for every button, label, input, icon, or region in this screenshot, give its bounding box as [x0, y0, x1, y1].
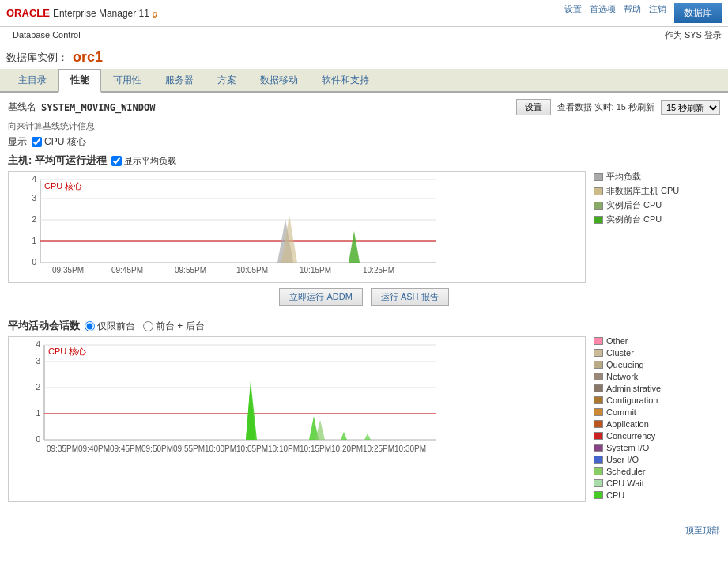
header-nav: 设置 首选项 帮助 注销 数据库: [564, 3, 722, 23]
legend-label-cluster: Cluster: [606, 348, 634, 358]
radio-foreground-input[interactable]: [85, 321, 95, 331]
chart2-wrapper: 0 1 2 3 4 CPU 核心 09: [8, 336, 586, 502]
legend-item-application: Application: [594, 419, 720, 429]
nav-preferences[interactable]: 首选项: [590, 3, 616, 23]
svg-text:3: 3: [32, 194, 36, 202]
legend-color-avg: [594, 173, 603, 181]
svg-text:10:25PM: 10:25PM: [363, 445, 394, 453]
legend-color-nondb: [594, 187, 603, 195]
svg-text:09:45PM: 09:45PM: [110, 445, 141, 453]
tab-server[interactable]: 服务器: [153, 69, 206, 91]
svg-text:10:20PM: 10:20PM: [331, 445, 363, 453]
svg-marker-38: [246, 380, 257, 440]
settings-button[interactable]: 设置: [516, 99, 551, 115]
legend-color-admin: [594, 384, 603, 392]
legend-color-bg-cpu: [594, 202, 603, 210]
refresh-select[interactable]: 15 秒刷新 30 秒刷新 60 秒刷新: [661, 100, 720, 115]
tab-schema[interactable]: 方案: [206, 69, 248, 91]
db-title-label: 数据库实例：: [6, 51, 68, 65]
radio-fg-bg[interactable]: 前台 + 后台: [143, 320, 205, 333]
svg-text:4: 4: [32, 175, 36, 184]
tab-availability[interactable]: 可用性: [101, 69, 153, 91]
cpu-core-checkbox[interactable]: [32, 137, 42, 147]
svg-marker-42: [364, 433, 371, 440]
chart2-radio-options: 仅限前台 前台 + 后台: [85, 320, 205, 333]
legend-item-userio: User I/O: [594, 455, 720, 464]
chart1-avg-label: 显示平均负载: [124, 155, 176, 167]
run-addm-button[interactable]: 立即运行 ADDM: [279, 288, 362, 306]
legend-item: 实例后台 CPU: [594, 199, 720, 211]
legend-color-config: [594, 396, 603, 404]
svg-text:2: 2: [36, 383, 40, 392]
svg-marker-40: [315, 420, 325, 440]
radio-fg-bg-label: 前台 + 后台: [156, 320, 205, 333]
sys-login-label: 作为 SYS 登录: [665, 29, 722, 41]
tab-data-movement[interactable]: 数据移动: [248, 69, 310, 91]
em-text: Enterprise Manager 11: [53, 8, 149, 19]
radio-foreground[interactable]: 仅限前台: [85, 320, 135, 333]
legend-label-application: Application: [606, 419, 649, 429]
cpu-core-checkbox-label[interactable]: CPU 核心: [32, 135, 86, 149]
svg-text:09:50PM: 09:50PM: [141, 445, 173, 453]
legend-item: 平均负载: [594, 171, 720, 183]
radio-fg-bg-input[interactable]: [143, 321, 153, 331]
legend-item-admin: Administrative: [594, 384, 720, 393]
legend-item: 实例前台 CPU: [594, 214, 720, 225]
legend-item-concurrency: Concurrency: [594, 431, 720, 441]
svg-text:10:10PM: 10:10PM: [268, 445, 300, 453]
svg-text:10:15PM: 10:15PM: [300, 445, 331, 453]
chart2-legend: Other Cluster Queueing Network Administr…: [594, 336, 720, 502]
svg-text:1: 1: [36, 409, 40, 418]
svg-text:10:25PM: 10:25PM: [363, 266, 394, 274]
legend-item-scheduler: Scheduler: [594, 467, 720, 476]
database-button[interactable]: 数据库: [674, 3, 722, 23]
legend-color-cluster: [594, 349, 603, 357]
chart1-title: 主机: 平均可运行进程: [8, 153, 107, 168]
nav-logout[interactable]: 注销: [649, 3, 666, 23]
baseline-value: SYSTEM_MOVING_WINDOW: [41, 102, 156, 113]
chart2-svg: 0 1 2 3 4 CPU 核心 09: [9, 337, 443, 464]
chart1-svg: 0 1 2 3 4 CPU 核心 09:35PM 09:45PM: [9, 172, 443, 282]
chart1-avg-checkbox[interactable]: [111, 156, 122, 166]
svg-text:09:45PM: 09:45PM: [111, 266, 143, 274]
em-version: g: [153, 9, 157, 18]
svg-marker-41: [341, 432, 347, 440]
svg-text:09:55PM: 09:55PM: [173, 445, 205, 453]
oracle-logo-text: ORACLE: [6, 7, 50, 19]
chart1-avg-checkbox-label[interactable]: 显示平均负载: [111, 155, 176, 167]
legend-item: 非数据库主机 CPU: [594, 185, 720, 197]
svg-text:2: 2: [32, 215, 36, 224]
nav-help[interactable]: 帮助: [624, 3, 641, 23]
legend-color-commit: [594, 408, 603, 416]
tab-home[interactable]: 主目录: [6, 69, 58, 91]
tab-performance[interactable]: 性能: [58, 69, 101, 93]
svg-text:10:30PM: 10:30PM: [394, 445, 426, 453]
cpu-core-label: CPU 核心: [44, 135, 86, 149]
legend-label-network: Network: [606, 372, 638, 381]
run-ash-button[interactable]: 运行 ASH 报告: [371, 288, 449, 306]
legend-color-concurrency: [594, 432, 603, 440]
svg-text:CPU 核心: CPU 核心: [44, 181, 82, 191]
footer-top-link[interactable]: 顶至顶部: [685, 525, 720, 535]
svg-marker-16: [349, 231, 360, 263]
legend-color-userio: [594, 456, 603, 464]
tabs-bar: 主目录 性能 可用性 服务器 方案 数据移动 软件和支持: [0, 69, 728, 93]
legend-item-cpuwait: CPU Wait: [594, 479, 720, 488]
legend-item-queueing: Queueing: [594, 360, 720, 369]
legend-color-application: [594, 420, 603, 428]
svg-text:1: 1: [32, 237, 36, 245]
legend-label-nondb: 非数据库主机 CPU: [606, 185, 679, 197]
chart1-section: 主机: 平均可运行进程 显示平均负载: [8, 153, 720, 306]
legend-item-cluster: Cluster: [594, 348, 720, 358]
footer: 顶至顶部: [0, 521, 728, 539]
svg-text:09:40PM: 09:40PM: [78, 445, 110, 453]
legend-label-scheduler: Scheduler: [606, 467, 646, 476]
tab-software[interactable]: 软件和支持: [310, 69, 381, 91]
legend-label-commit: Commit: [606, 407, 636, 417]
svg-text:09:35PM: 09:35PM: [52, 266, 84, 274]
legend-item-commit: Commit: [594, 407, 720, 417]
nav-settings[interactable]: 设置: [564, 3, 582, 23]
legend-color-queueing: [594, 361, 603, 369]
svg-text:10:15PM: 10:15PM: [300, 266, 331, 274]
svg-text:10:00PM: 10:00PM: [205, 445, 236, 453]
